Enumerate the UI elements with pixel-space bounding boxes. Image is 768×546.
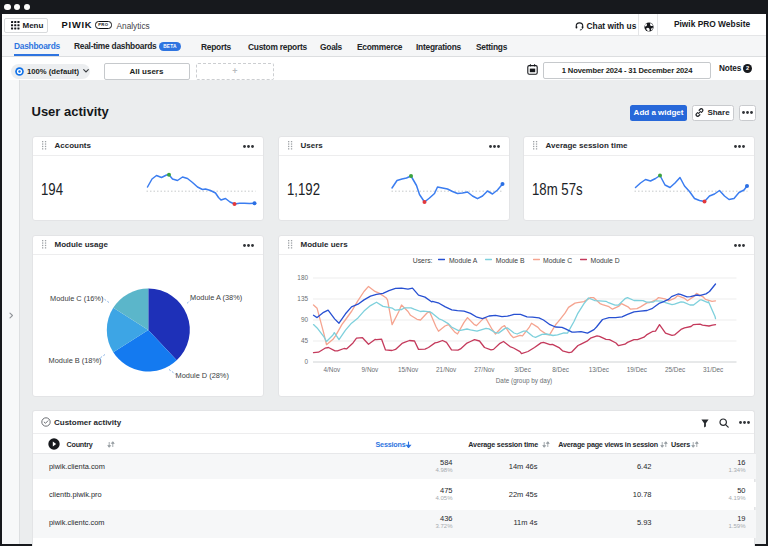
svg-text:13/Dec: 13/Dec bbox=[588, 366, 609, 373]
svg-text:180: 180 bbox=[297, 274, 308, 281]
svg-text:8/Dec: 8/Dec bbox=[552, 366, 569, 373]
svg-text:31/Dec: 31/Dec bbox=[703, 366, 724, 373]
svg-text:0: 0 bbox=[304, 358, 308, 365]
svg-text:90: 90 bbox=[300, 316, 308, 323]
svg-text:4/Nov: 4/Nov bbox=[323, 366, 340, 373]
svg-text:15/Nov: 15/Nov bbox=[397, 366, 418, 373]
svg-text:135: 135 bbox=[297, 295, 308, 302]
svg-text:45: 45 bbox=[300, 337, 308, 344]
svg-text:27/Nov: 27/Nov bbox=[474, 366, 495, 373]
svg-text:19/Dec: 19/Dec bbox=[626, 366, 647, 373]
svg-text:3/Dec: 3/Dec bbox=[514, 366, 531, 373]
svg-text:21/Nov: 21/Nov bbox=[436, 366, 457, 373]
svg-text:9/Nov: 9/Nov bbox=[361, 366, 378, 373]
svg-text:Date (group by day): Date (group by day) bbox=[495, 377, 551, 385]
svg-text:25/Dec: 25/Dec bbox=[664, 366, 685, 373]
